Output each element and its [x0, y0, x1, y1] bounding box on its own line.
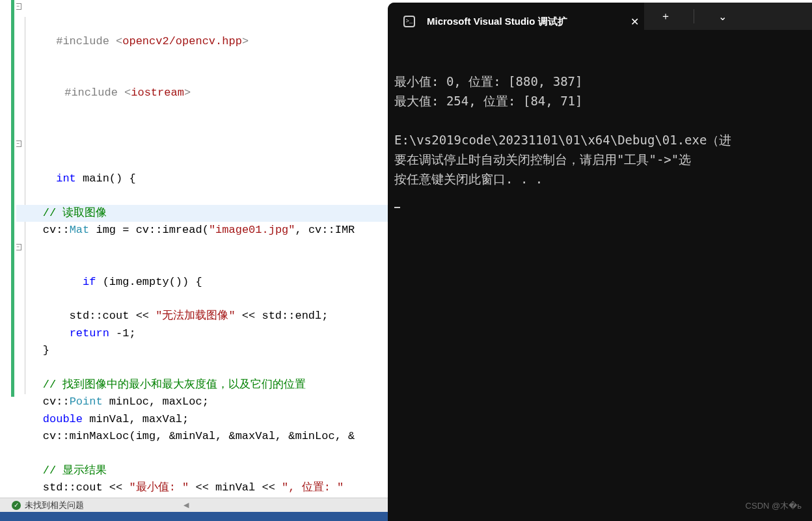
active-tab[interactable]: >_ Microsoft Visual Studio 调试扩 ✕ [388, 3, 644, 40]
code-line: std::cout << "无法加载图像" << std::endl; [16, 308, 390, 325]
fold-minus-icon[interactable]: − [16, 3, 21, 10]
console-titlebar[interactable]: >_ Microsoft Visual Studio 调试扩 ✕ ＋ ⌄ [388, 3, 812, 40]
change-marker-bar [11, 0, 14, 397]
code-line: std::cout << "最小值: " << minVal << ", 位置:… [16, 479, 390, 493]
console-line: E:\vs2019code\20231101\01\x64\Debug\01.e… [394, 133, 731, 147]
console-line: 最大值: 254, 位置: [84, 71] [394, 94, 582, 108]
tab-dropdown-button[interactable]: ⌄ [712, 10, 732, 23]
code-line [16, 446, 390, 462]
debug-console-window: >_ Microsoft Visual Studio 调试扩 ✕ ＋ ⌄ 最小值… [388, 3, 812, 521]
cursor-icon [394, 207, 400, 208]
code-line: return -1; [16, 325, 390, 342]
tab-strip: ＋ ⌄ [644, 3, 812, 30]
code-line: // 找到图像中的最小和最大灰度值，以及它们的位置 [16, 377, 390, 394]
code-line: − #include <opencv2/opencv.hpp> [16, 0, 390, 68]
console-line: 按任意键关闭此窗口. . . [394, 172, 543, 186]
collapse-arrow-icon[interactable]: ◀ [183, 501, 189, 509]
fold-minus-icon[interactable]: − [16, 140, 21, 147]
status-bar: ✓ 未找到相关问题 ◀ [0, 498, 390, 512]
code-line: cv::Point minLoc, maxLoc; [16, 394, 390, 410]
terminal-icon: >_ [403, 16, 415, 27]
console-line: 要在调试停止时自动关闭控制台，请启用"工具"->"选 [394, 152, 691, 167]
new-tab-button[interactable]: ＋ [656, 10, 675, 23]
check-circle-icon: ✓ [12, 501, 21, 510]
fold-minus-icon[interactable]: − [16, 244, 21, 250]
code-line [16, 119, 390, 136]
status-text: 未找到相关问题 [25, 500, 84, 511]
console-line: 最小值: 0, 位置: [880, 387] [394, 74, 582, 88]
console-output[interactable]: 最小值: 0, 位置: [880, 387] 最大值: 254, 位置: [84… [388, 40, 812, 208]
code-line [16, 360, 390, 377]
code-line: double minVal, maxVal; [16, 411, 390, 428]
tab-title: Microsoft Visual Studio 调试扩 [427, 16, 613, 28]
divider [694, 9, 694, 23]
code-line: // 显示结果 [16, 462, 390, 479]
code-line: cv::minMaxLoc(img, &minVal, &maxVal, &mi… [16, 428, 390, 445]
code-line-active: // 读取图像 [16, 205, 390, 222]
watermark-text: CSDN @木�ь [746, 500, 802, 512]
code-line: − int main() { [16, 136, 390, 205]
code-line: − if (img.empty()) { [16, 239, 390, 308]
code-line: cv::Mat img = cv::imread("image01.jpg", … [16, 222, 390, 239]
vs-bottom-bar [0, 512, 390, 521]
code-editor-pane: − #include <opencv2/opencv.hpp> #include… [0, 0, 390, 521]
code-line: } [16, 342, 390, 359]
close-tab-button[interactable]: ✕ [625, 16, 644, 28]
code-area[interactable]: − #include <opencv2/opencv.hpp> #include… [16, 0, 390, 493]
code-line: #include <iostream> [16, 68, 390, 119]
